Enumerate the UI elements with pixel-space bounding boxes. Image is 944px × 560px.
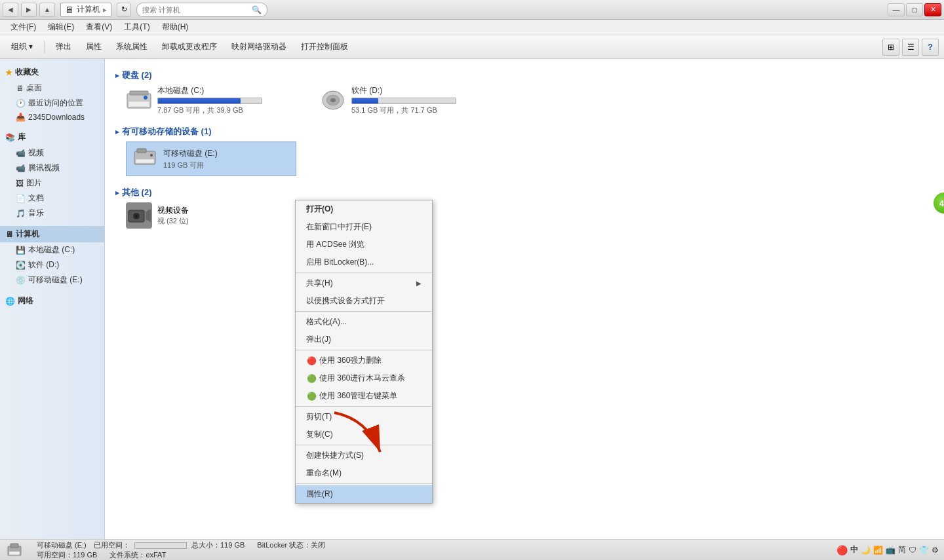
ctx-copy[interactable]: 复制(C) <box>296 426 432 443</box>
menu-edit[interactable]: 编辑(E) <box>43 20 79 34</box>
title-bar-controls: — □ ✕ <box>888 3 941 16</box>
ctx-eject[interactable]: 弹出(J) <box>296 331 432 348</box>
removable-e-drive[interactable]: 可移动磁盘 (E:) 119 GB 可用 <box>126 141 296 176</box>
removable-e-name: 可移动磁盘 (E:) <box>163 148 290 159</box>
help-button[interactable]: ? <box>922 39 939 56</box>
tray-icon-4[interactable]: 📶 <box>873 546 883 555</box>
tray-icon-3[interactable]: 🌙 <box>861 546 871 555</box>
address-arrow: ▸ <box>103 5 107 14</box>
sidebar-item-c-drive[interactable]: 💾 本地磁盘 (C:) <box>0 242 104 257</box>
toolbar-control-panel[interactable]: 打开控制面板 <box>295 38 354 56</box>
menu-view[interactable]: 查看(V) <box>81 20 117 34</box>
tray-icon-9[interactable]: ⚙ <box>932 546 939 555</box>
ctx-360-scan-icon: 🟢 <box>306 373 317 384</box>
sidebar-item-recent[interactable]: 🕐 最近访问的位置 <box>0 96 104 111</box>
sidebar-item-documents[interactable]: 📄 文档 <box>0 191 104 206</box>
ctx-360-menu[interactable]: 🟢 使用 360管理右键菜单 <box>296 387 432 405</box>
view-details-button[interactable]: ☰ <box>902 39 919 56</box>
ctx-sep-3 <box>296 350 432 350</box>
sidebar-library-title: 📚 库 <box>0 129 104 145</box>
other-item-webcam[interactable]: 视频设备 视 (32 位) <box>126 202 934 229</box>
video-icon: 📹 <box>16 149 26 158</box>
ctx-open-new[interactable]: 在新窗口中打开(E) <box>296 218 432 236</box>
ctx-360-delete[interactable]: 🔴 使用 360强力删除 <box>296 352 432 369</box>
sidebar-item-tencent-video[interactable]: 📹 腾讯视频 <box>0 160 104 176</box>
svg-rect-17 <box>10 544 18 548</box>
pictures-icon: 🖼 <box>16 179 24 188</box>
drive-d-bar-container <box>351 98 456 104</box>
sidebar-item-video[interactable]: 📹 视频 <box>0 145 104 160</box>
star-icon: ★ <box>5 68 12 77</box>
toolbar-organize[interactable]: 组织 ▾ <box>5 38 39 56</box>
sidebar-item-desktop[interactable]: 🖥 桌面 <box>0 81 104 96</box>
refresh-button[interactable]: ↻ <box>117 3 131 17</box>
svg-rect-18 <box>9 551 20 555</box>
ctx-format[interactable]: 格式化(A)... <box>296 313 432 331</box>
address-bar-icon: 🖥 <box>65 5 74 15</box>
sidebar-network-title[interactable]: 🌐 网络 <box>0 293 104 309</box>
menu-help[interactable]: 帮助(H) <box>157 20 194 34</box>
tencent-video-icon: 📹 <box>16 164 26 173</box>
status-drive-space: 可用空间：119 GB 文件系统：exFAT <box>37 550 836 560</box>
music-icon: 🎵 <box>16 209 26 218</box>
ctx-bitlocker[interactable]: 启用 BitLocker(B)... <box>296 253 432 271</box>
sidebar-computer-title[interactable]: 🖥 计算机 <box>0 226 104 242</box>
search-bar[interactable]: 🔍 <box>136 3 267 17</box>
minimize-button[interactable]: — <box>888 3 905 16</box>
removable-e-info: 可移动磁盘 (E:) 119 GB 可用 <box>163 148 290 170</box>
forward-button[interactable]: ▶ <box>21 3 37 17</box>
ctx-shortcut[interactable]: 创建快捷方式(S) <box>296 447 432 464</box>
sidebar-item-d-drive[interactable]: 💽 软件 (D:) <box>0 257 104 272</box>
ctx-rename[interactable]: 重命名(M) <box>296 464 432 482</box>
menu-file[interactable]: 文件(F) <box>5 20 41 34</box>
toolbar-uninstall[interactable]: 卸载或更改程序 <box>156 38 223 56</box>
tray-icon-5[interactable]: 📺 <box>886 546 895 555</box>
d-drive-icon: 💽 <box>16 261 26 270</box>
ctx-share[interactable]: 共享(H) ▶ <box>296 274 432 292</box>
ctx-properties[interactable]: 属性(R) <box>296 485 432 503</box>
webcam-icon <box>126 202 152 229</box>
tray-icon-8[interactable]: 👕 <box>919 546 929 555</box>
maximize-button[interactable]: □ <box>906 3 923 16</box>
sidebar-item-music[interactable]: 🎵 音乐 <box>0 206 104 221</box>
address-bar[interactable]: 🖥 计算机 ▸ <box>60 3 111 17</box>
ctx-360-delete-icon: 🔴 <box>306 356 317 366</box>
title-bar: ◀ ▶ ▲ 🖥 计算机 ▸ ↻ 🔍 — □ ✕ <box>0 0 944 20</box>
removable-e-icon <box>132 145 158 173</box>
svg-rect-2 <box>128 102 149 107</box>
sidebar-item-pictures[interactable]: 🖼 图片 <box>0 176 104 191</box>
toolbar-right: ⊞ ☰ ? <box>882 39 939 56</box>
toolbar-system-properties[interactable]: 系统属性 <box>110 38 153 56</box>
toolbar-map-drive[interactable]: 映射网络驱动器 <box>226 38 292 56</box>
title-bar-left: ◀ ▶ ▲ 🖥 计算机 ▸ ↻ 🔍 <box>3 3 267 17</box>
tray-icon-2[interactable]: 中 <box>850 544 858 555</box>
ctx-portable[interactable]: 以便携式设备方式打开 <box>296 292 432 310</box>
ctx-acdsee[interactable]: 用 ACDSee 浏览 <box>296 236 432 253</box>
drive-d-bar <box>352 98 378 103</box>
drive-d[interactable]: 软件 (D:) 53.1 GB 可用，共 71.7 GB <box>320 85 503 115</box>
drive-d-icon <box>320 87 346 113</box>
sidebar-item-e-drive[interactable]: 💿 可移动磁盘 (E:) <box>0 272 104 288</box>
tray-icon-1[interactable]: 🔴 <box>836 545 848 555</box>
search-input[interactable] <box>142 6 252 14</box>
drive-c-bar <box>158 98 241 103</box>
sidebar-item-downloads[interactable]: 📥 2345Downloads <box>0 111 104 124</box>
toolbar-properties[interactable]: 属性 <box>80 38 108 56</box>
sidebar-divider-2 <box>0 221 104 226</box>
back-button[interactable]: ◀ <box>3 3 18 17</box>
ctx-cut[interactable]: 剪切(T) <box>296 408 432 426</box>
ctx-sep-4 <box>296 406 432 407</box>
tray-icon-6[interactable]: 简 <box>898 544 906 555</box>
removable-item: 可移动磁盘 (E:) 119 GB 可用 <box>126 141 934 176</box>
ctx-open[interactable]: 打开(O) <box>296 200 432 218</box>
tray-icon-7[interactable]: 🛡 <box>909 546 916 555</box>
toolbar-eject[interactable]: 弹出 <box>50 38 77 56</box>
up-button[interactable]: ▲ <box>39 3 55 17</box>
view-toggle-button[interactable]: ⊞ <box>882 39 899 56</box>
toolbar: 组织 ▾ 弹出 属性 系统属性 卸载或更改程序 映射网络驱动器 打开控制面板 ⊞… <box>0 35 944 59</box>
menu-tools[interactable]: 工具(T) <box>119 20 155 34</box>
documents-icon: 📄 <box>16 194 26 203</box>
ctx-360-scan[interactable]: 🟢 使用 360进行木马云查杀 <box>296 369 432 387</box>
drive-c[interactable]: 本地磁盘 (C:) 7.87 GB 可用，共 39.9 GB <box>126 85 309 115</box>
close-button[interactable]: ✕ <box>924 3 941 16</box>
